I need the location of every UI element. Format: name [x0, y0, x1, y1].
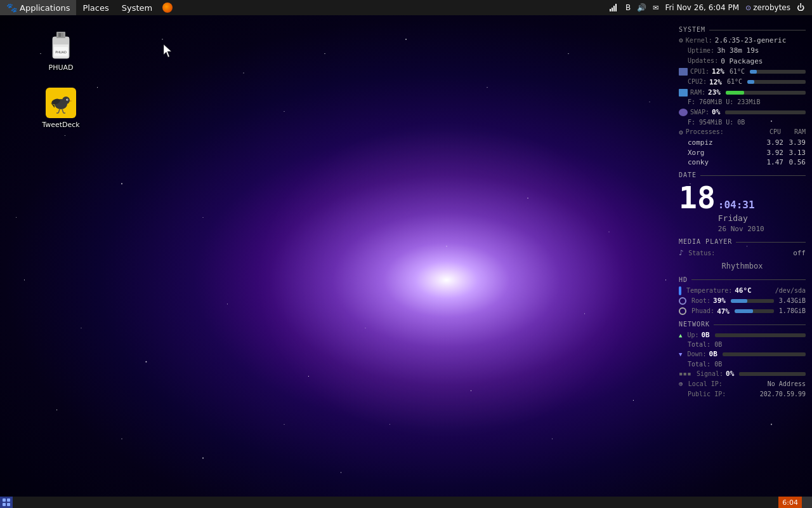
uptime-label: Uptime:	[688, 46, 714, 55]
svg-point-7	[55, 99, 67, 109]
svg-point-9	[62, 97, 70, 104]
ram-free-label: F:	[688, 98, 699, 105]
signal-value: 0%	[726, 369, 734, 378]
bird-svg	[49, 91, 72, 114]
signal-icon: ▪▪▪	[679, 369, 691, 378]
swap-free-value: 954MiB	[699, 119, 722, 126]
email-status[interactable]: ✉	[650, 0, 661, 15]
down-total-label: Total:	[688, 361, 710, 368]
places-label: Places	[82, 3, 108, 13]
cpu2-label: CPU2:	[688, 77, 707, 86]
taskbar-app-icon	[2, 498, 11, 507]
phuad-disk-icon	[679, 307, 686, 315]
firefox-icon	[162, 3, 173, 13]
swap-free-label: F:	[688, 119, 699, 126]
swap-used-value: 0B	[737, 119, 745, 126]
swap-details: F: 954MiB U: 0B	[679, 118, 806, 127]
applications-menu[interactable]: 🐾 Applications	[0, 0, 76, 15]
phuad-icon[interactable]: PHUAD PHUAD	[36, 28, 86, 74]
ram-used-value: 233MiB	[737, 98, 760, 105]
system-menu[interactable]: System	[115, 0, 159, 15]
svg-rect-21	[3, 503, 6, 506]
root-disk-icon	[679, 297, 686, 305]
cpu1-pct: 12%	[712, 67, 724, 76]
wifi-status[interactable]	[607, 0, 619, 15]
media-status-label: Status:	[688, 249, 715, 258]
date-dayname: Friday	[718, 213, 764, 224]
places-menu[interactable]: Places	[76, 0, 115, 15]
user-display[interactable]: ⊙ zerobytes	[743, 0, 793, 15]
date-display: 18 :04:31 Friday 26 Nov 2010	[679, 182, 806, 234]
cpu1-label: CPU1:	[690, 67, 709, 76]
swap-used-label: U:	[726, 119, 737, 126]
down-total-value: 0B	[714, 361, 722, 368]
processes-gear-icon	[679, 128, 683, 137]
cpu-icon	[679, 68, 688, 76]
hd-temp-value: 46°C	[735, 286, 752, 295]
date-full: 26 Nov 2010	[718, 224, 764, 234]
power-button[interactable]: ⏻	[794, 0, 807, 15]
up-bar	[715, 333, 806, 337]
taskbar-right: 6:04	[778, 497, 812, 508]
datetime-display[interactable]: Fri Nov 26, 6:04 PM	[662, 0, 742, 15]
user-icon: ⊙	[745, 4, 751, 12]
taskbar-app-button[interactable]	[0, 497, 13, 508]
local-ip-label: Local IP:	[688, 380, 723, 389]
taskbar-end	[802, 497, 812, 508]
conky-widget: SYSTEM Kernel: 2.6.35-23-generic Uptime:…	[679, 22, 806, 399]
signal-bar	[739, 372, 806, 376]
local-ip-value: No Address	[768, 380, 806, 389]
datetime-text: Fri Nov 26, 6:04 PM	[665, 3, 739, 12]
music-note-icon	[679, 248, 683, 258]
hd-header: HD	[679, 276, 806, 284]
volume-status[interactable]: 🔊	[634, 0, 649, 15]
proc2-row: Xorg 3.92 3.13	[679, 148, 806, 157]
cpu2-pct: 12%	[709, 77, 722, 87]
svg-marker-12	[70, 100, 72, 102]
ram-used-label: U:	[726, 98, 737, 105]
proc2-ram: 3.13	[783, 148, 806, 157]
network-header: NETWORK	[679, 320, 806, 329]
firefox-button[interactable]	[159, 0, 176, 15]
email-icon: ✉	[653, 4, 658, 12]
tweetdeck-label: TweetDeck	[42, 121, 79, 129]
ram-col-label: RAM	[783, 128, 806, 137]
updates-value: 0 Packages	[721, 57, 763, 66]
taskbar-left	[0, 497, 13, 508]
proc2-name: Xorg	[688, 148, 761, 157]
up-total-label: Total:	[688, 341, 710, 348]
tweetdeck-icon[interactable]: TweetDeck	[36, 85, 86, 131]
svg-rect-2	[56, 32, 65, 38]
svg-text:PHUAD: PHUAD	[55, 50, 67, 54]
cpu1-bar	[750, 70, 806, 74]
phuad-pct: 47%	[717, 307, 730, 316]
conky-ram-row: RAM: 23%	[679, 88, 806, 97]
svg-rect-22	[7, 503, 10, 506]
bluetooth-status[interactable]: B	[620, 0, 633, 15]
up-value: 0B	[701, 330, 709, 340]
menubar: 🐾 Applications Places System B	[0, 0, 812, 15]
processes-label: Processes:	[686, 128, 724, 137]
phuad-label: Phuad:	[691, 307, 714, 316]
root-size: 3.43GiB	[779, 297, 806, 305]
media-status-value: off	[793, 248, 806, 258]
root-label: Root:	[691, 297, 710, 305]
media-header: MEDIA PLAYER	[679, 237, 806, 246]
taskbar-time[interactable]: 6:04	[778, 497, 802, 508]
cpu1-temp: 61°C	[730, 67, 745, 76]
down-value: 0B	[709, 349, 717, 359]
down-arrow-icon	[679, 349, 682, 359]
hd-temp-row: Temperature: 46°C /dev/sda	[679, 286, 806, 295]
ram-label: RAM:	[690, 88, 705, 97]
up-label: Up:	[687, 331, 698, 340]
thermometer-icon	[679, 286, 681, 295]
proc3-row: conky 1.47 0.56	[679, 157, 806, 167]
media-player-name: Rhythmbox	[679, 261, 806, 272]
public-ip-label: Public IP:	[688, 390, 726, 399]
down-label: Down:	[687, 350, 706, 359]
swap-pct: 0%	[712, 107, 720, 117]
conky-kernel-row: Kernel: 2.6.35-23-generic	[679, 36, 806, 45]
svg-rect-1	[53, 37, 69, 44]
proc2-cpu: 3.92	[761, 148, 783, 157]
svg-point-10	[67, 99, 69, 101]
